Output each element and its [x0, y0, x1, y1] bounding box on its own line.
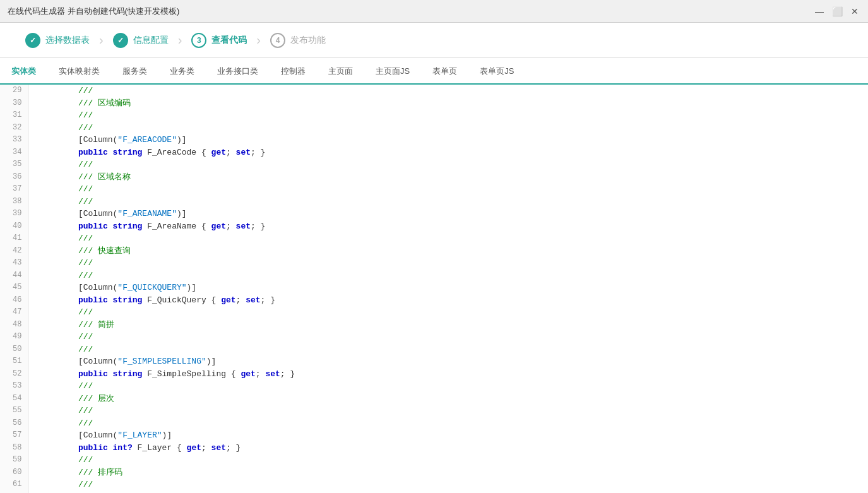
line-content: public string F_AreaCode { get; set; } [28, 146, 868, 159]
line-number: 47 [0, 306, 28, 319]
tab-tab-mainpage[interactable]: 主页面 [317, 59, 364, 85]
table-row: 39 [Column("F_AREANAME")] [0, 208, 868, 220]
tab-tab-controller[interactable]: 控制器 [270, 59, 317, 85]
line-number: 34 [0, 146, 28, 159]
tab-tab-formjs[interactable]: 表单页JS [468, 59, 525, 85]
line-content: /// [28, 306, 868, 319]
line-number: 30 [0, 97, 28, 110]
wizard-step-4[interactable]: 4 发布功能 [258, 23, 338, 57]
wizard-step-3-circle: 3 [191, 33, 206, 48]
tabs-bar: 实体类实体映射类服务类业务类业务接口类控制器主页面主页面JS表单页表单页JS [0, 58, 868, 85]
titlebar: 在线代码生成器 并自动创建代码(快速开发模板) — ⬜ ✕ [0, 0, 868, 23]
line-number: 29 [0, 85, 28, 97]
table-row: 57 [Column("F_LAYER")] [0, 429, 868, 442]
maximize-button[interactable]: ⬜ [831, 6, 843, 17]
titlebar-title: 在线代码生成器 并自动创建代码(快速开发模板) [8, 6, 179, 17]
line-number: 59 [0, 454, 28, 466]
wizard-step-2[interactable]: ✓ 信息配置 [100, 23, 181, 57]
line-content: [Column("F_SIMPLESPELLING")] [28, 355, 868, 368]
line-content: public string F_AreaName { get; set; } [28, 220, 868, 233]
line-number: 49 [0, 331, 28, 343]
line-content: /// [28, 257, 868, 270]
line-number: 48 [0, 319, 28, 331]
line-number: 39 [0, 208, 28, 220]
table-row: 29 /// [0, 85, 868, 97]
code-table: 29 /// 30 /// 区域编码31 /// 32 /// 33 [Colu… [0, 85, 868, 493]
line-content: /// [28, 380, 868, 393]
table-row: 54 /// 层次 [0, 393, 868, 405]
line-content: /// [28, 491, 868, 494]
line-number: 61 [0, 478, 28, 491]
code-area[interactable]: 29 /// 30 /// 区域编码31 /// 32 /// 33 [Colu… [0, 85, 868, 493]
line-content: /// [28, 454, 868, 466]
table-row: 33 [Column("F_AREACODE")] [0, 134, 868, 146]
line-number: 40 [0, 220, 28, 233]
tab-tab-service[interactable]: 服务类 [111, 59, 158, 85]
line-number: 33 [0, 134, 28, 146]
tab-tab-formpage[interactable]: 表单页 [421, 59, 468, 85]
line-content: /// 快速查询 [28, 245, 868, 258]
tab-tab-mapper[interactable]: 实体映射类 [47, 59, 111, 85]
tab-tab-business[interactable]: 业务类 [158, 59, 206, 85]
table-row: 61 /// [0, 478, 868, 491]
table-row: 44 /// [0, 270, 868, 282]
line-content: /// [28, 122, 868, 134]
line-content: /// 区域名称 [28, 171, 868, 184]
wizard-step-1-circle: ✓ [25, 33, 40, 48]
tab-tab-entity[interactable]: 实体类 [0, 59, 47, 85]
line-content: /// [28, 158, 868, 171]
line-content: /// [28, 478, 868, 491]
close-button[interactable]: ✕ [849, 6, 860, 17]
table-row: 35 /// [0, 158, 868, 171]
line-content: /// [28, 405, 868, 417]
wizard-step-1[interactable]: ✓ 选择数据表 [13, 23, 102, 57]
line-number: 54 [0, 393, 28, 405]
table-row: 53 /// [0, 380, 868, 393]
table-row: 55 /// [0, 405, 868, 417]
wizard-step-4-circle: 4 [270, 33, 285, 48]
line-content: /// [28, 232, 868, 245]
wizard-step-4-label: 发布功能 [290, 35, 326, 46]
wizard-step-3[interactable]: 3 查看代码 [179, 23, 259, 57]
line-number: 51 [0, 355, 28, 368]
table-row: 48 /// 简拼 [0, 319, 868, 331]
line-number: 37 [0, 183, 28, 196]
line-number: 52 [0, 368, 28, 381]
line-number: 53 [0, 380, 28, 393]
wizard-bar: ✓ 选择数据表 › ✓ 信息配置 › 3 查看代码 › 4 发布功能 [0, 23, 868, 58]
table-row: 59 /// [0, 454, 868, 466]
line-content: /// [28, 270, 868, 282]
line-number: 44 [0, 270, 28, 282]
line-content: /// [28, 109, 868, 122]
table-row: 47 /// [0, 306, 868, 319]
line-number: 56 [0, 417, 28, 430]
wizard-step-2-circle: ✓ [113, 33, 128, 48]
table-row: 52 public string F_SimpleSpelling { get;… [0, 368, 868, 381]
table-row: 43 /// [0, 257, 868, 270]
minimize-button[interactable]: — [814, 6, 825, 17]
line-content: /// [28, 343, 868, 356]
table-row: 38 /// [0, 196, 868, 208]
table-row: 41 /// [0, 232, 868, 245]
line-content: [Column("F_QUICKQUERY")] [28, 282, 868, 294]
line-content: public string F_QuickQuery { get; set; } [28, 294, 868, 307]
line-number: 45 [0, 282, 28, 294]
line-content: /// [28, 183, 868, 196]
line-content: public string F_SimpleSpelling { get; se… [28, 368, 868, 381]
tab-tab-mainjs[interactable]: 主页面JS [364, 59, 421, 85]
line-content: public int? F_Layer { get; set; } [28, 442, 868, 454]
table-row: 36 /// 区域名称 [0, 171, 868, 184]
table-row: 62 /// [0, 491, 868, 494]
line-number: 62 [0, 491, 28, 494]
line-number: 38 [0, 196, 28, 208]
wizard-step-1-label: 选择数据表 [45, 35, 90, 46]
line-number: 50 [0, 343, 28, 356]
line-content: /// [28, 196, 868, 208]
table-row: 42 /// 快速查询 [0, 245, 868, 258]
line-number: 55 [0, 405, 28, 417]
table-row: 31 /// [0, 109, 868, 122]
tab-tab-bizinterface[interactable]: 业务接口类 [206, 59, 270, 85]
line-number: 57 [0, 429, 28, 442]
line-number: 36 [0, 171, 28, 184]
table-row: 50 /// [0, 343, 868, 356]
